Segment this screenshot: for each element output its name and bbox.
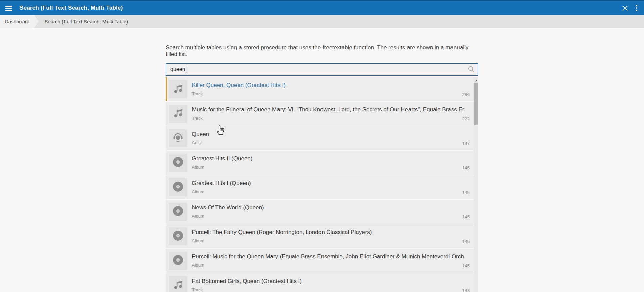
result-type: Album [192, 214, 474, 219]
result-text: Greatest Hits I (Queen) Album [192, 180, 474, 194]
result-icon-tile [169, 80, 187, 98]
result-type: Album [192, 263, 474, 268]
result-text: Music for the Funeral of Queen Mary: VI.… [192, 106, 474, 121]
album-disc-icon [172, 254, 184, 267]
result-icon-tile [169, 252, 187, 270]
breadcrumb: Dashboard Search (Full Text Search, Mult… [0, 15, 644, 28]
list-item[interactable]: Greatest Hits I (Queen) Album 145 [166, 175, 474, 199]
result-type: Album [192, 189, 474, 194]
result-title: Purcell: The Fairy Queen (Roger Norringt… [192, 229, 474, 236]
text-caret [186, 66, 186, 73]
list-item[interactable]: Music for the Funeral of Queen Mary: VI.… [166, 102, 474, 126]
result-icon-tile [169, 154, 187, 172]
result-value: 286 [462, 92, 470, 97]
result-type: Track [192, 116, 474, 121]
header-actions [622, 5, 637, 11]
result-text: Fat Bottomed Girls, Queen (Greatest Hits… [192, 278, 474, 292]
result-value: 145 [462, 214, 470, 220]
search-results-dropdown: Killer Queen, Queen (Greatest Hits I) Tr… [166, 77, 478, 292]
album-disc-icon [172, 181, 184, 194]
album-disc-icon [172, 205, 184, 218]
result-title: Killer Queen, Queen (Greatest Hits I) [192, 82, 474, 89]
result-text: Purcell: The Fairy Queen (Roger Norringt… [192, 229, 474, 243]
result-text: Purcell: Music for the Queen Mary (Equal… [192, 253, 474, 268]
result-title: Queen [192, 131, 474, 138]
result-icon-tile [169, 276, 187, 292]
result-value: 145 [462, 263, 470, 269]
list-item[interactable]: Purcell: The Fairy Queen (Roger Norringt… [166, 224, 474, 248]
scrollbar-thumb[interactable] [474, 83, 478, 125]
scrollbar[interactable] [474, 77, 478, 292]
result-value: 222 [462, 116, 470, 121]
kebab-menu-icon[interactable] [636, 5, 637, 11]
result-icon-tile [169, 178, 187, 196]
list-item[interactable]: Killer Queen, Queen (Greatest Hits I) Tr… [166, 77, 474, 101]
album-disc-icon [172, 156, 184, 169]
list-item[interactable]: Purcell: Music for the Queen Mary (Equal… [166, 249, 474, 273]
hamburger-menu-icon[interactable] [5, 6, 12, 11]
result-text: Queen Artist [192, 131, 474, 145]
result-icon-tile [169, 203, 187, 221]
result-type: Artist [192, 140, 474, 145]
app-header: Search (Full Text Search, Multi Table) [0, 0, 644, 15]
result-type: Track [192, 287, 474, 292]
result-title: Music for the Funeral of Queen Mary: VI.… [192, 106, 474, 113]
result-value: 145 [462, 190, 470, 195]
results-list: Killer Queen, Queen (Greatest Hits I) Tr… [166, 77, 474, 292]
search-input[interactable]: queen [166, 63, 478, 76]
main-content: Search multiple tables using a stored pr… [166, 28, 478, 292]
result-icon-tile [169, 129, 187, 147]
artist-headphones-icon [172, 132, 184, 144]
result-title: News Of The World (Queen) [192, 204, 474, 211]
result-value: 145 [462, 239, 470, 244]
result-title: Greatest Hits II (Queen) [192, 155, 474, 162]
breadcrumb-current-page: Search (Full Text Search, Multi Table) [44, 15, 128, 28]
search-icon [468, 66, 474, 74]
list-item[interactable]: Queen Artist 147 [166, 126, 474, 150]
list-item[interactable]: News Of The World (Queen) Album 145 [166, 200, 474, 224]
breadcrumb-dashboard[interactable]: Dashboard [0, 15, 39, 28]
result-icon-tile [169, 227, 187, 245]
track-note-icon [173, 83, 183, 95]
result-type: Album [192, 165, 474, 170]
result-value: 145 [462, 165, 470, 171]
result-value: 147 [462, 141, 470, 146]
result-icon-tile [169, 105, 187, 123]
list-item[interactable]: Fat Bottomed Girls, Queen (Greatest Hits… [166, 273, 474, 292]
demo-description: Search multiple tables using a stored pr… [166, 28, 478, 58]
result-text: News Of The World (Queen) Album [192, 204, 474, 219]
result-value: 143 [462, 288, 470, 292]
page-title: Search (Full Text Search, Multi Table) [19, 5, 123, 11]
result-text: Greatest Hits II (Queen) Album [192, 155, 474, 170]
result-title: Greatest Hits I (Queen) [192, 180, 474, 187]
result-title: Fat Bottomed Girls, Queen (Greatest Hits… [192, 278, 474, 285]
result-title: Purcell: Music for the Queen Mary (Equal… [192, 253, 474, 260]
search-input-value: queen [170, 66, 185, 72]
track-note-icon [173, 279, 183, 291]
scrollbar-up-arrow-icon[interactable] [475, 80, 478, 81]
list-item[interactable]: Greatest Hits II (Queen) Album 145 [166, 151, 474, 175]
track-note-icon [173, 108, 183, 120]
close-icon[interactable] [622, 5, 628, 11]
result-type: Track [192, 91, 474, 96]
album-disc-icon [172, 230, 184, 243]
result-text: Killer Queen, Queen (Greatest Hits I) Tr… [192, 82, 474, 96]
result-type: Album [192, 238, 474, 243]
